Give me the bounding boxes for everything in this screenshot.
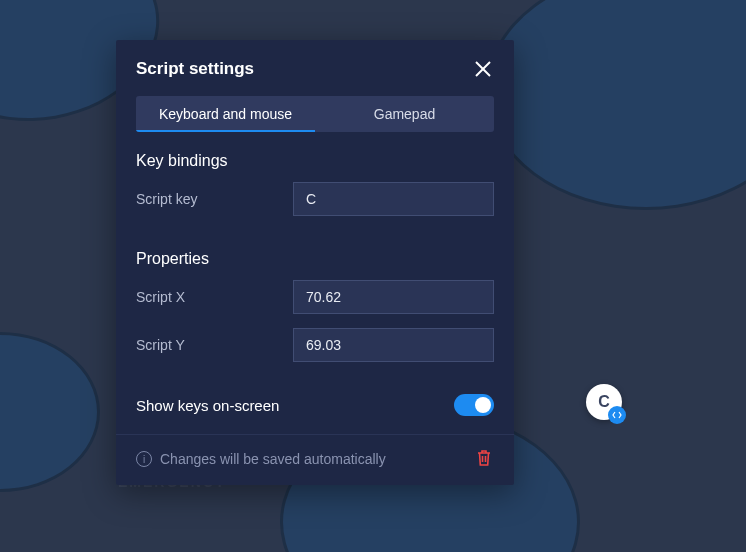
on-screen-key-text: C (598, 393, 610, 411)
key-bindings-heading: Key bindings (136, 152, 494, 170)
script-x-input[interactable] (293, 280, 494, 314)
tab-gamepad[interactable]: Gamepad (315, 96, 494, 132)
script-key-input[interactable] (293, 182, 494, 216)
show-keys-label: Show keys on-screen (136, 397, 279, 414)
properties-heading: Properties (136, 250, 494, 268)
autosave-info-text: Changes will be saved automatically (160, 451, 386, 467)
script-x-label: Script X (136, 289, 293, 305)
script-y-input[interactable] (293, 328, 494, 362)
tab-keyboard-and-mouse[interactable]: Keyboard and mouse (136, 96, 315, 132)
script-key-label: Script key (136, 191, 293, 207)
info-icon: i (136, 451, 152, 467)
close-icon (474, 60, 492, 78)
show-keys-toggle[interactable] (454, 394, 494, 416)
tab-bar: Keyboard and mouse Gamepad (136, 96, 494, 132)
script-y-label: Script Y (136, 337, 293, 353)
trash-icon (476, 449, 492, 467)
delete-button[interactable] (476, 449, 494, 469)
dialog-title: Script settings (136, 59, 254, 79)
script-badge-icon (608, 406, 626, 424)
on-screen-key-badge[interactable]: C (586, 384, 622, 420)
script-settings-dialog: Script settings Keyboard and mouse Gamep… (116, 40, 514, 485)
close-button[interactable] (472, 58, 494, 80)
